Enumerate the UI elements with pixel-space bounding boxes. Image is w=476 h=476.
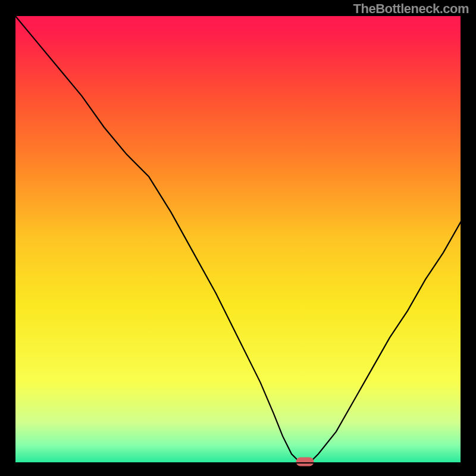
optimal-marker xyxy=(296,457,314,466)
bottleneck-chart xyxy=(0,0,476,476)
watermark-label: TheBottleneck.com xyxy=(353,1,469,17)
plot-background xyxy=(15,15,461,463)
chart-container: TheBottleneck.com xyxy=(0,0,476,476)
